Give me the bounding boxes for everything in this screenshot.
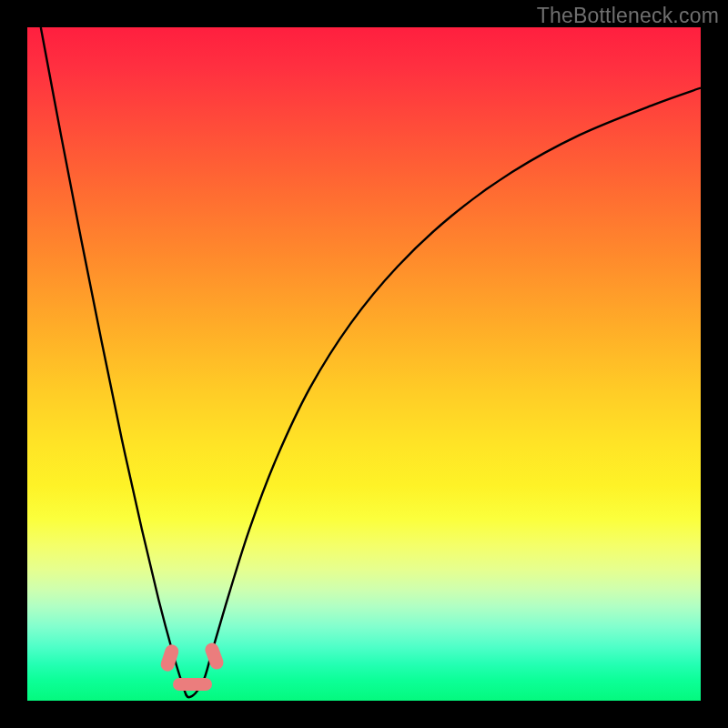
curve-layer xyxy=(27,27,701,701)
bottleneck-curve-path xyxy=(41,27,701,697)
chart-frame: TheBottleneck.com xyxy=(0,0,728,728)
watermark-text: TheBottleneck.com xyxy=(537,4,719,28)
opt-blob-center xyxy=(173,678,212,691)
plot-area xyxy=(27,27,701,701)
